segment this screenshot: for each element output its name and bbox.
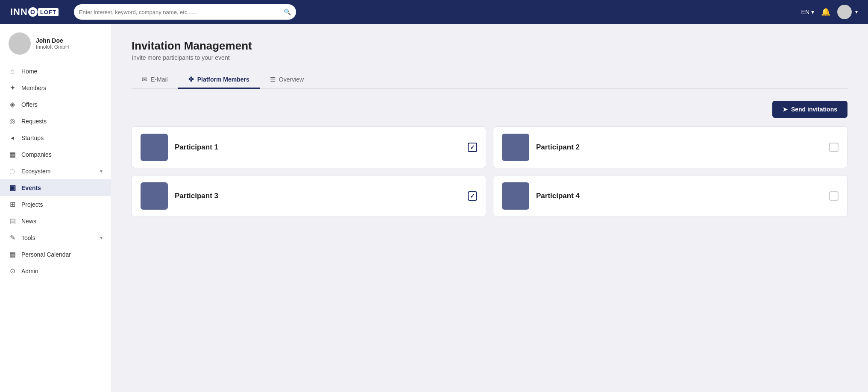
avatar[interactable]	[837, 5, 852, 19]
logo-o: O	[28, 7, 38, 17]
members-icon: ✦	[9, 84, 16, 92]
tabs: ✉ E-Mail ✤ Platform Members ☰ Overview	[132, 71, 847, 89]
participant-3-name: Participant 3	[175, 192, 461, 200]
offers-icon: ◈	[9, 100, 16, 108]
tools-icon: ✎	[9, 234, 16, 242]
participant-4-name: Participant 4	[536, 192, 822, 200]
participant-2-name: Participant 2	[536, 143, 822, 152]
participant-grid: Participant 1 Participant 2 Participant …	[132, 126, 847, 217]
sidebar-item-home[interactable]: ⌂ Home	[0, 63, 111, 79]
participant-4-checkbox[interactable]	[829, 191, 839, 201]
sidebar-item-startups[interactable]: ◂ Startups	[0, 129, 111, 146]
calendar-icon: ▦	[9, 250, 16, 258]
search-icon: 🔍	[284, 9, 291, 15]
sidebar-item-label: Offers	[21, 101, 38, 108]
logo-inno-text: INN	[10, 6, 28, 18]
sidebar-item-label: Members	[21, 85, 46, 91]
lang-label: EN	[801, 9, 809, 15]
participant-card-4[interactable]: Participant 4	[493, 175, 847, 217]
home-icon: ⌂	[9, 67, 16, 75]
page-title: Invitation Management	[132, 39, 847, 53]
tab-platform-members-label: Platform Members	[197, 76, 249, 83]
overview-tab-icon: ☰	[270, 76, 276, 83]
sidebar-item-label: Events	[21, 184, 41, 191]
sidebar-item-ecosystem[interactable]: ◌ Ecosystem ▾	[0, 163, 111, 179]
sidebar-item-tools[interactable]: ✎ Tools ▾	[0, 229, 111, 246]
search-input[interactable]	[79, 9, 280, 15]
participant-2-avatar	[502, 134, 529, 161]
notification-bell[interactable]: 🔔	[821, 7, 830, 17]
events-icon: ▣	[9, 184, 16, 192]
admin-icon: ⊙	[9, 267, 16, 275]
participant-3-checkbox[interactable]	[468, 191, 477, 201]
tab-overview[interactable]: ☰ Overview	[260, 71, 314, 89]
news-icon: ▤	[9, 217, 16, 225]
lang-chevron-icon: ▾	[811, 9, 814, 15]
sidebar-item-events[interactable]: ▣ Events	[0, 179, 111, 196]
user-menu[interactable]: ▾	[837, 5, 858, 19]
participant-3-avatar	[141, 182, 168, 210]
sidebar-item-companies[interactable]: ▦ Companies	[0, 146, 111, 163]
sidebar-item-label: News	[21, 218, 36, 225]
sidebar-item-news[interactable]: ▤ News	[0, 213, 111, 229]
tab-email-label: E-Mail	[151, 76, 168, 83]
page-subtitle: Invite more participants to your event	[132, 54, 847, 61]
search-bar: 🔍	[74, 4, 296, 20]
main-content: Invitation Management Invite more partic…	[111, 24, 868, 392]
sidebar-item-label: Tools	[21, 234, 35, 241]
sidebar-item-personal-calendar[interactable]: ▦ Personal Calendar	[0, 246, 111, 263]
user-name: John Doe	[36, 37, 69, 44]
startups-icon: ◂	[9, 134, 16, 142]
sidebar-item-projects[interactable]: ⊞ Projects	[0, 196, 111, 213]
sidebar-item-admin[interactable]: ⊙ Admin	[0, 263, 111, 279]
email-tab-icon: ✉	[142, 76, 147, 83]
sidebar-item-offers[interactable]: ◈ Offers	[0, 96, 111, 113]
sidebar-item-label: Ecosystem	[21, 168, 50, 175]
tab-overview-label: Overview	[279, 76, 304, 83]
participant-card-2[interactable]: Participant 2	[493, 126, 847, 168]
top-navigation: INNOLOFT 🔍 EN ▾ 🔔 ▾	[0, 0, 868, 24]
sidebar-item-label: Requests	[21, 118, 47, 125]
logo-loft-text: LOFT	[38, 8, 59, 16]
sidebar: John Doe Innoloft GmbH ⌂ Home ✦ Members …	[0, 24, 111, 392]
sidebar-item-label: Companies	[21, 151, 52, 158]
projects-icon: ⊞	[9, 200, 16, 208]
topnav-right: EN ▾ 🔔 ▾	[801, 5, 858, 19]
sidebar-item-label: Home	[21, 68, 37, 75]
tab-platform-members[interactable]: ✤ Platform Members	[178, 71, 260, 89]
companies-icon: ▦	[9, 150, 16, 158]
language-selector[interactable]: EN ▾	[801, 9, 814, 15]
sidebar-item-members[interactable]: ✦ Members	[0, 79, 111, 96]
sidebar-item-requests[interactable]: ◎ Requests	[0, 113, 111, 129]
requests-icon: ◎	[9, 117, 16, 125]
participant-1-avatar	[141, 134, 168, 161]
layout: John Doe Innoloft GmbH ⌂ Home ✦ Members …	[0, 24, 868, 392]
participant-1-name: Participant 1	[175, 143, 461, 152]
avatar-chevron-icon: ▾	[855, 9, 858, 15]
toolbar: ➤ Send invitations	[132, 101, 847, 118]
sidebar-item-label: Admin	[21, 268, 38, 275]
user-avatar	[9, 32, 31, 55]
tab-email[interactable]: ✉ E-Mail	[132, 71, 178, 89]
sidebar-item-label: Startups	[21, 135, 44, 141]
ecosystem-chevron-icon: ▾	[100, 168, 103, 174]
ecosystem-icon: ◌	[9, 167, 16, 175]
user-info: John Doe Innoloft GmbH	[0, 32, 111, 63]
logo[interactable]: INNOLOFT	[10, 6, 59, 18]
tools-chevron-icon: ▾	[100, 235, 103, 241]
participant-2-checkbox[interactable]	[829, 143, 839, 152]
send-invitations-button[interactable]: ➤ Send invitations	[772, 101, 847, 118]
user-company: Innoloft GmbH	[36, 44, 69, 50]
send-invitations-label: Send invitations	[791, 106, 837, 113]
participant-1-checkbox[interactable]	[468, 143, 477, 152]
sidebar-item-label: Projects	[21, 201, 43, 208]
participant-card-3[interactable]: Participant 3	[132, 175, 486, 217]
participant-4-avatar	[502, 182, 529, 210]
sidebar-item-label: Personal Calendar	[21, 251, 71, 258]
platform-members-tab-icon: ✤	[188, 76, 194, 83]
send-icon: ➤	[783, 106, 788, 113]
participant-card-1[interactable]: Participant 1	[132, 126, 486, 168]
